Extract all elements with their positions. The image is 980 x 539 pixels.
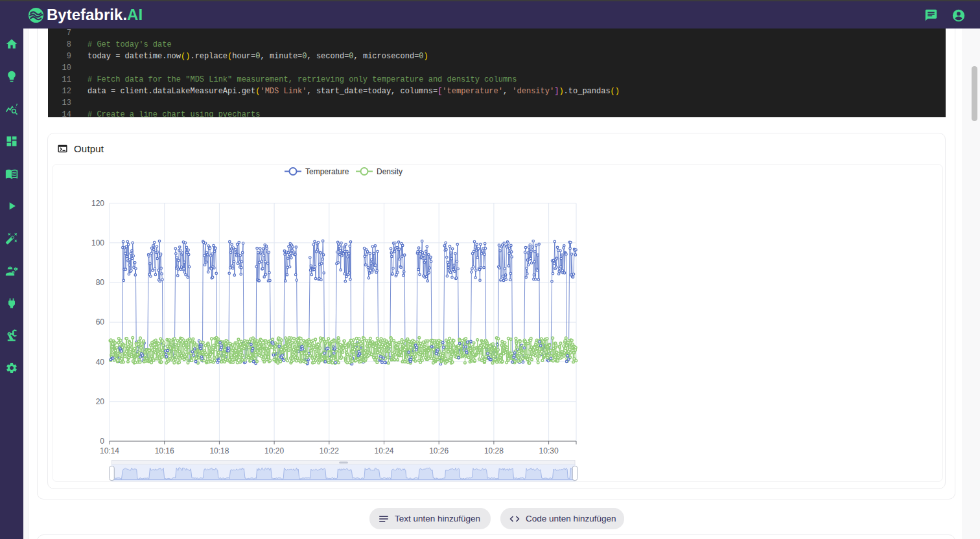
svg-text:10:30: 10:30 (539, 446, 559, 455)
svg-text:20: 20 (96, 397, 105, 406)
svg-text:0: 0 (100, 437, 104, 446)
svg-text:10:22: 10:22 (320, 446, 339, 455)
svg-text:10:14: 10:14 (100, 446, 119, 455)
svg-text:Density: Density (377, 167, 402, 176)
svg-text:10:28: 10:28 (484, 446, 504, 455)
svg-text:100: 100 (91, 238, 104, 247)
svg-text:10:16: 10:16 (155, 446, 174, 455)
svg-text:10:26: 10:26 (429, 446, 449, 455)
svg-text:120: 120 (91, 199, 104, 208)
svg-text:10:18: 10:18 (209, 446, 229, 455)
svg-text:Temperature: Temperature (305, 167, 349, 176)
svg-text:60: 60 (96, 317, 105, 327)
svg-text:40: 40 (96, 358, 105, 367)
svg-text:10:20: 10:20 (264, 446, 284, 455)
svg-text:10:24: 10:24 (374, 446, 393, 455)
svg-text:80: 80 (96, 278, 105, 287)
